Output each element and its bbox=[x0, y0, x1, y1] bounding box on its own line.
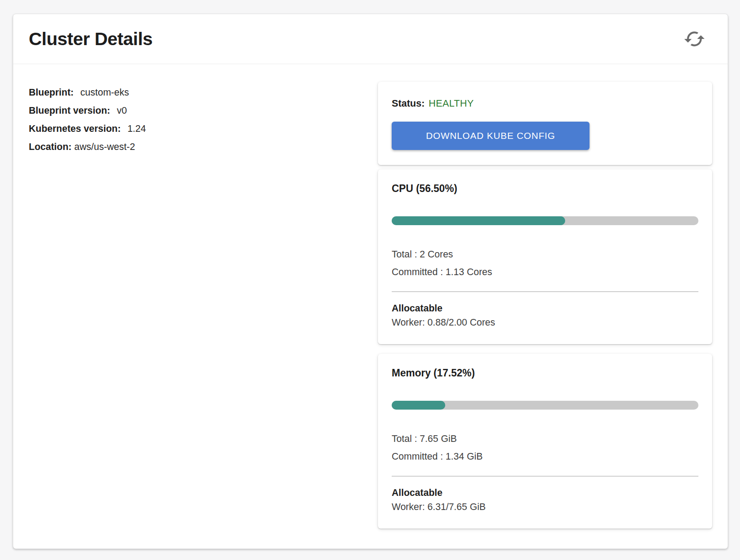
cpu-total: Total : 2 Cores bbox=[392, 245, 698, 263]
detail-row-blueprint: Blueprint:custom-eks bbox=[29, 84, 378, 102]
detail-label: Blueprint version: bbox=[29, 105, 110, 116]
cpu-allocatable-label: Allocatable bbox=[392, 303, 698, 314]
detail-value: custom-eks bbox=[81, 87, 129, 98]
memory-progress-track bbox=[392, 401, 698, 410]
detail-row-blueprint-version: Blueprint version:v0 bbox=[29, 102, 378, 120]
memory-total: Total : 7.65 GiB bbox=[392, 430, 698, 448]
detail-label: Kubernetes version: bbox=[29, 123, 121, 134]
cpu-committed: Committed : 1.13 Cores bbox=[392, 263, 698, 281]
cpu-stats: Total : 2 Cores Committed : 1.13 Cores bbox=[392, 245, 698, 281]
status-label: Status: bbox=[392, 98, 425, 109]
cpu-progress-track bbox=[392, 216, 698, 225]
detail-value: v0 bbox=[117, 105, 127, 116]
refresh-icon bbox=[683, 45, 705, 51]
detail-row-location: Location:aws/us-west-2 bbox=[29, 138, 378, 156]
cpu-worker-allocatable: Worker: 0.88/2.00 Cores bbox=[392, 317, 698, 328]
cluster-details-panel: Cluster Details Blueprint:custom-eks Blu… bbox=[13, 14, 728, 549]
cpu-card: CPU (56.50%) Total : 2 Cores Committed :… bbox=[378, 169, 712, 344]
detail-value: 1.24 bbox=[127, 123, 146, 134]
memory-committed: Committed : 1.34 GiB bbox=[392, 448, 698, 465]
refresh-button[interactable] bbox=[682, 26, 707, 52]
panel-header: Cluster Details bbox=[13, 14, 728, 64]
cluster-info-list: Blueprint:custom-eks Blueprint version:v… bbox=[29, 82, 378, 529]
page-title: Cluster Details bbox=[29, 29, 153, 50]
memory-worker-allocatable: Worker: 6.31/7.65 GiB bbox=[392, 502, 698, 513]
detail-label: Location: bbox=[29, 142, 72, 152]
memory-allocatable-label: Allocatable bbox=[392, 487, 698, 499]
metrics-column: Status:HEALTHY DOWNLOAD KUBE CONFIG CPU … bbox=[378, 82, 712, 529]
detail-row-kubernetes-version: Kubernetes version:1.24 bbox=[29, 120, 378, 138]
memory-progress-fill bbox=[392, 401, 445, 410]
status-badge: HEALTHY bbox=[429, 98, 474, 109]
memory-divider bbox=[392, 476, 698, 476]
panel-content: Blueprint:custom-eks Blueprint version:v… bbox=[13, 64, 728, 529]
memory-stats: Total : 7.65 GiB Committed : 1.34 GiB bbox=[392, 430, 698, 465]
download-kube-config-button[interactable]: DOWNLOAD KUBE CONFIG bbox=[392, 122, 590, 150]
cpu-card-title: CPU (56.50%) bbox=[392, 183, 698, 195]
detail-label: Blueprint: bbox=[29, 87, 74, 98]
status-line: Status:HEALTHY bbox=[392, 98, 699, 109]
status-card: Status:HEALTHY DOWNLOAD KUBE CONFIG bbox=[378, 82, 712, 165]
cpu-divider bbox=[392, 292, 698, 292]
memory-card-title: Memory (17.52%) bbox=[392, 367, 698, 379]
cpu-progress-fill bbox=[392, 216, 565, 225]
memory-card: Memory (17.52%) Total : 7.65 GiB Committ… bbox=[378, 354, 712, 529]
detail-value: aws/us-west-2 bbox=[74, 142, 135, 152]
